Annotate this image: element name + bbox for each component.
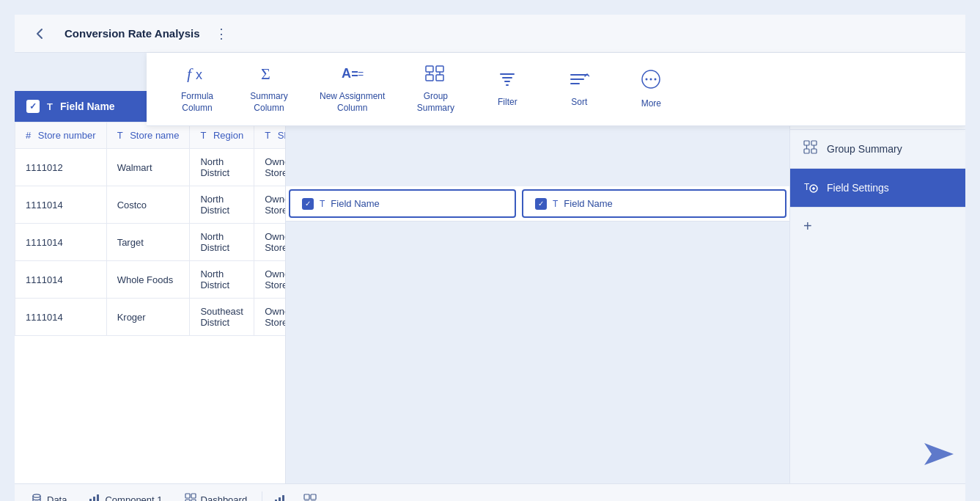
sort-icon	[569, 91, 589, 92]
col-type-icon-number: #	[26, 130, 31, 141]
tab-component1-label: Component 1	[105, 494, 162, 501]
table-row[interactable]: 1111014 Kroger Southeast District Owned …	[15, 299, 286, 336]
tab-divider	[262, 491, 262, 502]
col-type-icon-text-2: T	[200, 130, 206, 141]
bottom-tabs: Data Component 1 Dashboar	[15, 483, 965, 501]
left-panel: ✓ T Field Name # Store number T	[15, 91, 286, 501]
cell-store-name: Target	[106, 224, 190, 261]
tab-grid[interactable]	[296, 489, 324, 502]
header-bar: Conversion Rate Analysis ⋮	[15, 15, 965, 53]
col-label-store-name: Store name	[130, 130, 179, 141]
cell-store-number: 1111012	[15, 149, 107, 186]
tab-data-label: Data	[47, 494, 67, 501]
svg-rect-47	[311, 494, 316, 500]
svg-rect-34	[93, 497, 95, 501]
fh-checkbox-1[interactable]: ✓	[302, 198, 314, 210]
table-row[interactable]: 1111014 Target North District Owned Stor…	[15, 224, 286, 261]
sidebar-field-settings-label: Field Settings	[827, 182, 889, 194]
header-options-icon[interactable]: ⋮	[215, 26, 228, 42]
col-label-region: Region	[213, 130, 243, 141]
toolbar-sort[interactable]: Sort	[546, 91, 612, 114]
cell-store-name: Walmart	[106, 149, 190, 186]
col-type-icon-text-3: T	[265, 130, 270, 141]
tab-component1[interactable]: Component 1	[78, 489, 172, 501]
table-row[interactable]: 1111014 Whole Foods North District Owned…	[15, 261, 286, 299]
more-icon	[641, 91, 661, 94]
field-header-box-2[interactable]: ✓ T Field Name	[522, 189, 786, 218]
cell-region: North District	[190, 224, 254, 261]
toolbar-summary-column[interactable]: Σ SummaryColumn	[286, 91, 302, 120]
toolbar-filter[interactable]: Filter	[474, 91, 540, 114]
data-table-container[interactable]: # Store number T Store name T Region	[15, 122, 285, 501]
cell-region: North District	[190, 186, 254, 224]
cell-region: North District	[190, 261, 254, 299]
field-type-icon: T	[47, 101, 53, 112]
field-checkbox-active[interactable]: ✓	[26, 100, 40, 113]
page-title: Conversion Rate Analysis	[65, 27, 200, 40]
svg-marker-31	[924, 443, 954, 465]
back-button[interactable]	[26, 21, 53, 47]
cell-store-number: 1111014	[15, 261, 107, 299]
field-headers-row: ✓ T Field Name ✓ T Field Name	[286, 186, 789, 222]
group-summary-label: GroupSummary	[417, 91, 454, 114]
tab-data-icon	[31, 493, 43, 501]
tab-dashboard-icon	[185, 493, 196, 501]
cell-store-number: 1111014	[15, 299, 107, 336]
cell-store-name: Costco	[106, 186, 190, 224]
cell-region: North District	[190, 149, 254, 186]
toolbar: f x FormulaColumn Σ SummaryColumn	[286, 91, 789, 126]
summary-column-label: SummaryColumn	[286, 91, 288, 114]
tab-add-chart[interactable]	[267, 489, 295, 502]
svg-rect-24	[811, 149, 817, 153]
svg-rect-23	[804, 149, 809, 153]
fh-label-2: Field Name	[564, 198, 612, 209]
toolbar-more[interactable]: More	[618, 91, 684, 115]
sort-label: Sort	[571, 97, 587, 109]
cell-store-name: Kroger	[106, 299, 190, 336]
plus-icon: +	[803, 218, 812, 234]
tab-dashboard[interactable]: Dashboard	[174, 489, 258, 501]
svg-rect-36	[185, 494, 190, 498]
toolbar-group-summary[interactable]: GroupSummary	[402, 91, 468, 120]
right-sidebar: Data Group Summary	[789, 91, 965, 501]
field-settings-sidebar-icon: T	[803, 179, 818, 197]
center-panel: f x FormulaColumn Σ SummaryColumn	[286, 91, 789, 501]
col-label-shop-type: Shop Type	[278, 130, 285, 141]
svg-text:T: T	[804, 182, 810, 192]
more-label: More	[641, 98, 661, 110]
fh-type-1: T	[320, 199, 325, 209]
svg-rect-41	[279, 497, 281, 502]
svg-rect-46	[304, 494, 309, 500]
sidebar-item-field-settings[interactable]: T Field Settings	[790, 169, 965, 208]
toolbar-new-assignment-column[interactable]: A = New AssignmentColumn	[308, 91, 397, 120]
tab-dashboard-label: Dashboard	[201, 494, 248, 501]
sidebar-add-button[interactable]: +	[790, 208, 965, 245]
cell-shop-type: Owned Stores	[254, 224, 285, 261]
cell-region: Southeast District	[190, 299, 254, 336]
col-type-icon-text-1: T	[117, 130, 123, 141]
cell-shop-type: Owned Stores	[254, 299, 285, 336]
group-summary-sidebar-icon	[803, 140, 818, 158]
cell-store-number: 1111014	[15, 186, 107, 224]
cell-shop-type: Owned Stores	[254, 261, 285, 299]
table-row[interactable]: 1111012 Walmart North District Owned Sto…	[15, 149, 286, 186]
svg-point-32	[33, 494, 40, 497]
filter-label: Filter	[498, 97, 517, 109]
fh-checkbox-2[interactable]: ✓	[535, 198, 547, 210]
new-assignment-column-label: New AssignmentColumn	[320, 91, 385, 114]
col-header-store-number[interactable]: # Store number	[15, 122, 107, 149]
table-row[interactable]: 1111014 Costco North District Owned Stor…	[15, 186, 286, 224]
cell-store-name: Whole Foods	[106, 261, 190, 299]
fh-type-2: T	[553, 199, 558, 209]
sidebar-item-group-summary[interactable]: Group Summary	[790, 130, 965, 169]
svg-rect-37	[191, 494, 196, 498]
sidebar-group-summary-label: Group Summary	[827, 143, 902, 155]
arrow-decoration	[917, 436, 954, 475]
tab-data[interactable]: Data	[21, 489, 77, 501]
svg-rect-21	[804, 141, 809, 145]
app-container: Conversion Rate Analysis ⋮ ✓ T Field Nam…	[15, 15, 965, 501]
field-name-label: Field Name	[60, 100, 115, 112]
data-table: # Store number T Store name T Region	[15, 122, 285, 336]
cell-store-number: 1111014	[15, 224, 107, 261]
field-header-box-1[interactable]: ✓ T Field Name	[289, 189, 516, 218]
